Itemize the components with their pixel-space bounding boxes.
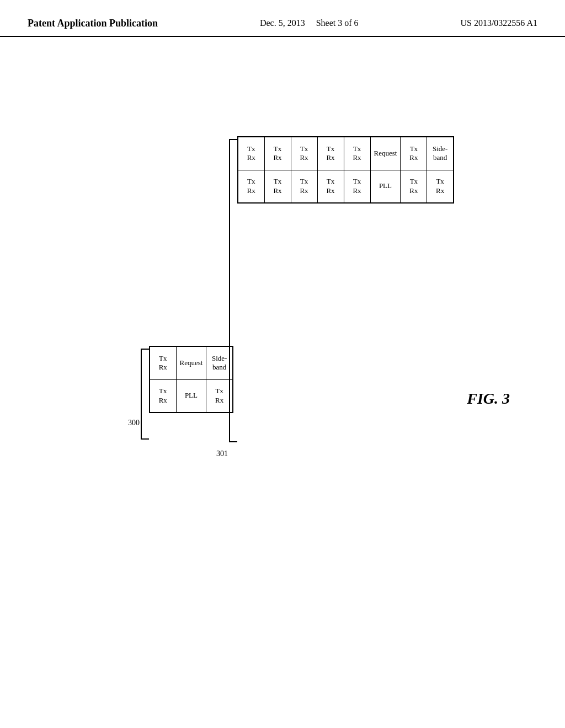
cell-301-r2c3: TxRx — [291, 170, 317, 203]
label-300: 300 — [128, 419, 140, 427]
table-301: TxRx TxRx TxRx TxRx TxRx Request TxRx Si… — [237, 136, 454, 204]
cell-301-r2c6: PLL — [370, 170, 401, 203]
cell-301-r1c8-sideband: Side-band — [427, 137, 454, 170]
cell-301-r2c7: TxRx — [401, 170, 427, 203]
cell-301-r2c4: TxRx — [317, 170, 344, 203]
cell-301-r1c3: TxRx — [291, 137, 317, 170]
cell-300-r1c1: TxRx — [150, 346, 176, 379]
publication-date-sheet: Dec. 5, 2013 Sheet 3 of 6 — [260, 17, 359, 30]
cell-301-r1c6: Request — [370, 137, 401, 170]
cell-301-r2c2: TxRx — [264, 170, 291, 203]
publication-date: Dec. 5, 2013 — [260, 18, 305, 28]
label-301: 301 — [216, 449, 228, 458]
cell-300-r2c1: TxRx — [150, 379, 176, 413]
sheet-info: Sheet 3 of 6 — [316, 18, 359, 28]
cell-300-r1c2: Request — [176, 346, 206, 379]
page-header: Patent Application Publication Dec. 5, 2… — [0, 0, 565, 37]
cell-301-r1c5: TxRx — [344, 137, 370, 170]
figure-label: FIG. 3 — [467, 390, 510, 408]
cell-301-r1c4: TxRx — [317, 137, 344, 170]
cell-301-r2c8: TxRx — [427, 170, 454, 203]
cell-301-r2c1: TxRx — [238, 170, 264, 203]
cell-301-r1c2: TxRx — [264, 137, 291, 170]
cell-300-r2c2: PLL — [176, 379, 206, 413]
bracket-301 — [229, 139, 237, 442]
bracket-300 — [141, 349, 149, 440]
cell-301-r1c7: TxRx — [401, 137, 427, 170]
main-content: 300 TxRx Request Side-band TxRx PLL TxRx… — [0, 37, 565, 710]
publication-title: Patent Application Publication — [28, 17, 158, 30]
cell-301-r2c5: TxRx — [344, 170, 370, 203]
patent-number: US 2013/0322556 A1 — [460, 17, 537, 30]
cell-301-r1c1: TxRx — [238, 137, 264, 170]
table-300: TxRx Request Side-band TxRx PLL TxRx — [149, 346, 233, 413]
